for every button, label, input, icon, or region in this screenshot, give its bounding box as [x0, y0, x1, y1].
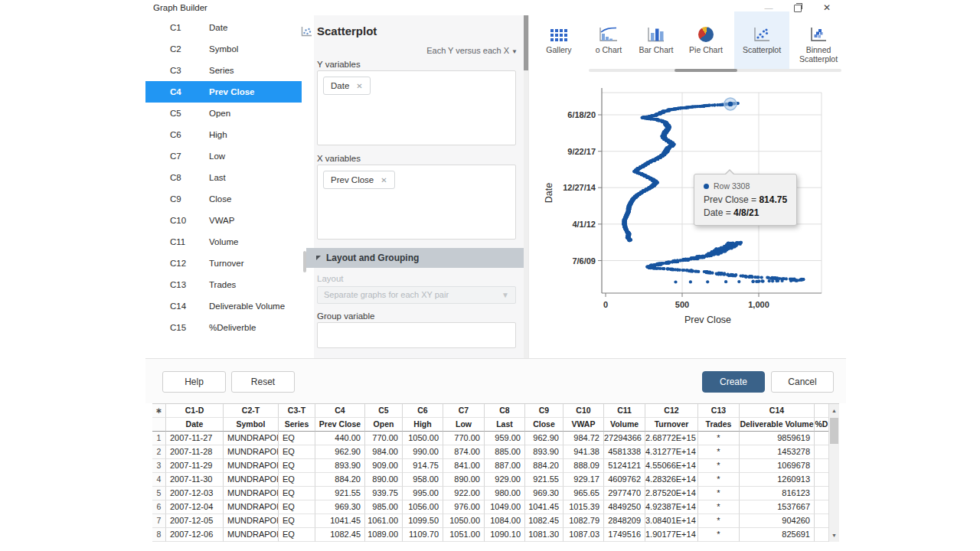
header-cell[interactable]: C14 — [740, 404, 815, 418]
header-cell[interactable]: Deliverable Volume — [740, 418, 815, 432]
cell[interactable]: 995.00 — [403, 487, 443, 500]
cell[interactable]: 2007-11-30 — [166, 473, 224, 487]
scroll-up-icon[interactable]: ▲ — [829, 405, 839, 416]
header-cell[interactable]: C13 — [698, 404, 740, 418]
column-item-C11[interactable]: C11Volume — [145, 231, 302, 253]
cell[interactable]: 2007-12-05 — [166, 514, 224, 528]
header-cell[interactable]: Prev Close — [315, 418, 365, 432]
cell[interactable]: 825691 — [740, 528, 815, 542]
column-item-C14[interactable]: C14Deliverable Volume — [145, 295, 302, 317]
cell[interactable]: 893.90 — [315, 459, 365, 473]
row-number[interactable]: 2 — [152, 445, 166, 459]
cell[interactable]: 4.28326E+14 — [645, 473, 698, 487]
header-cell[interactable]: C5 — [365, 404, 403, 418]
cell[interactable]: 440.00 — [315, 432, 365, 445]
gallery-item-pareto-chart[interactable]: o Chart — [587, 11, 630, 71]
cell[interactable]: 4581338 — [604, 445, 645, 459]
cell[interactable]: 1041.45 — [525, 500, 564, 514]
column-item-C1[interactable]: C1Date — [145, 17, 302, 38]
column-item-C12[interactable]: C12Turnover — [145, 253, 302, 274]
cell[interactable] — [815, 445, 829, 459]
cell[interactable]: MUNDRAPORT — [224, 445, 279, 459]
header-cell[interactable]: C7 — [443, 404, 485, 418]
cell[interactable]: 1099.50 — [403, 514, 443, 528]
cell[interactable]: 770.00 — [365, 432, 403, 445]
cell[interactable]: * — [698, 500, 740, 514]
row-number[interactable]: 8 — [152, 528, 166, 542]
cell[interactable]: 939.75 — [365, 487, 403, 500]
remove-chip-icon[interactable]: ✕ — [356, 82, 362, 90]
header-cell[interactable]: Trades — [698, 418, 740, 432]
header-cell[interactable]: Date — [166, 418, 224, 432]
column-item-C5[interactable]: C5Open — [145, 103, 302, 124]
cell[interactable]: 958.00 — [403, 473, 443, 487]
cell[interactable]: 1056.00 — [403, 500, 443, 514]
cell[interactable]: 976.00 — [443, 500, 485, 514]
cell[interactable]: * — [698, 445, 740, 459]
reset-button[interactable]: Reset — [231, 371, 295, 393]
cell[interactable]: 990.00 — [403, 445, 443, 459]
cell[interactable]: 2007-12-04 — [166, 500, 224, 514]
header-cell[interactable]: C6 — [403, 404, 443, 418]
cell[interactable]: * — [698, 432, 740, 445]
cell[interactable]: 921.55 — [525, 473, 564, 487]
cell[interactable]: 969.30 — [315, 500, 365, 514]
cell[interactable]: 888.09 — [564, 459, 604, 473]
cell[interactable]: 884.20 — [315, 473, 365, 487]
row-number[interactable]: 3 — [152, 459, 166, 473]
cell[interactable]: 980.00 — [485, 487, 525, 500]
column-item-C9[interactable]: C9Close — [145, 188, 302, 210]
header-cell[interactable] — [152, 418, 166, 432]
header-cell[interactable]: Symbol — [224, 418, 279, 432]
cell[interactable]: 2848209 — [604, 514, 645, 528]
cell[interactable]: * — [698, 487, 740, 500]
gallery-item-pie-chart[interactable]: Pie Chart — [681, 11, 731, 71]
cell[interactable]: 890.00 — [365, 473, 403, 487]
cell[interactable]: 1.90177E+14 — [645, 528, 698, 542]
y-variable-chip[interactable]: Date✕ — [323, 77, 371, 95]
cell[interactable]: 4609762 — [604, 473, 645, 487]
cell[interactable]: 4.92387E+14 — [645, 500, 698, 514]
cell[interactable]: 5124121 — [604, 459, 645, 473]
cell[interactable]: 3.08401E+14 — [645, 514, 698, 528]
cell[interactable]: 962.90 — [315, 445, 365, 459]
column-item-C10[interactable]: C10VWAP — [145, 210, 302, 231]
row-number[interactable]: 4 — [152, 473, 166, 487]
cell[interactable]: 929.17 — [564, 473, 604, 487]
cell[interactable]: 1015.39 — [564, 500, 604, 514]
cell[interactable]: 2007-12-03 — [166, 487, 224, 500]
header-cell[interactable]: C10 — [564, 404, 604, 418]
cell[interactable]: 9859619 — [740, 432, 815, 445]
cell[interactable]: * — [698, 528, 740, 542]
cell[interactable]: 1041.45 — [315, 514, 365, 528]
cell[interactable]: 1069678 — [740, 459, 815, 473]
cell[interactable]: * — [698, 514, 740, 528]
cell[interactable]: EQ — [279, 528, 315, 542]
gallery-item-binned-scatterplot[interactable]: Binned Scatterplot — [792, 11, 844, 71]
cell[interactable]: 4.31277E+14 — [645, 445, 698, 459]
cell[interactable] — [815, 487, 829, 500]
cell[interactable]: 962.90 — [525, 432, 564, 445]
cell[interactable]: 1049.00 — [485, 500, 525, 514]
cell[interactable]: 1260913 — [740, 473, 815, 487]
column-item-C4[interactable]: C4Prev Close — [145, 81, 302, 103]
cell[interactable]: 1082.45 — [315, 528, 365, 542]
mode-dropdown[interactable]: Each Y versus each X ▼ — [426, 46, 518, 55]
column-item-C13[interactable]: C13Trades — [145, 274, 302, 295]
header-cell[interactable]: C3-T — [279, 404, 315, 418]
cell[interactable]: 914.75 — [403, 459, 443, 473]
x-variables-box[interactable]: Prev Close✕ — [317, 165, 516, 240]
column-item-C3[interactable]: C3Series — [145, 60, 302, 81]
scrollbar-thumb[interactable] — [830, 418, 838, 444]
cell[interactable]: 984.00 — [365, 445, 403, 459]
highlighted-point[interactable] — [728, 102, 733, 106]
column-item-C8[interactable]: C8Last — [145, 167, 302, 188]
cell[interactable]: 816123 — [740, 487, 815, 500]
header-cell[interactable]: ∗ — [152, 404, 166, 418]
gallery-item-bar-chart[interactable]: Bar Chart — [632, 11, 681, 71]
row-number[interactable]: 7 — [152, 514, 166, 528]
cell[interactable]: 1081.30 — [525, 528, 564, 542]
scroll-down-icon[interactable]: ▼ — [829, 530, 839, 541]
cell[interactable]: 985.00 — [365, 500, 403, 514]
cell[interactable]: 969.30 — [525, 487, 564, 500]
